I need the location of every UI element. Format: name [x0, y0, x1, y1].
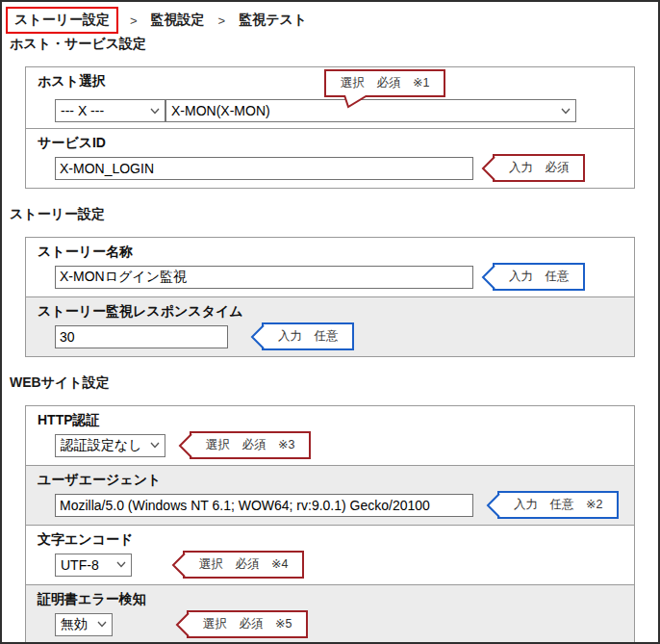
callout-tail-left-icon	[177, 432, 192, 459]
charset-required-callout: 選択 必須 ※4	[183, 551, 304, 579]
breadcrumb-item-monitor-settings[interactable]: 監視設定	[149, 9, 207, 32]
host-select-value: X-MON(X-MON)	[171, 103, 270, 118]
breadcrumb: ストーリー設定 > 監視設定 > 監視テスト	[2, 2, 658, 34]
chevron-down-icon	[150, 108, 160, 115]
service-id-required-callout: 入力 必須	[493, 154, 585, 182]
cert-error-controls: 無効 選択 必須 ※5	[55, 610, 624, 638]
callout-tail-down-icon	[342, 95, 370, 109]
user-agent-controls: 入力 任意 ※2	[55, 491, 624, 519]
callout-tail-left-icon	[485, 492, 500, 519]
user-agent-optional-callout: 入力 任意 ※2	[497, 491, 619, 519]
charset-select-value: UTF-8	[61, 557, 99, 573]
host-select-row: ホスト選択 選択 必須 ※1 --- X --- X-MON(X-MON)	[26, 67, 634, 128]
callout-text: 選択 必須 ※3	[206, 438, 294, 451]
host-group-select-value: --- X ---	[61, 103, 104, 118]
charset-select[interactable]: UTF-8	[55, 554, 132, 577]
host-group-select[interactable]: --- X ---	[55, 99, 165, 122]
story-response-time-optional-callout: 入力 任意	[262, 322, 354, 350]
service-id-row: サービスID 入力 必須	[26, 128, 634, 188]
chevron-down-icon	[150, 442, 160, 449]
http-auth-label: HTTP認証	[38, 412, 624, 428]
service-id-input[interactable]	[55, 157, 473, 180]
breadcrumb-separator: >	[130, 13, 138, 28]
section-title-website: WEBサイト設定	[10, 374, 658, 392]
story-response-time-input[interactable]	[55, 325, 228, 348]
breadcrumb-separator: >	[218, 13, 226, 28]
user-agent-row: ユーザエージェント 入力 任意 ※2	[26, 465, 634, 525]
story-name-input[interactable]	[55, 266, 473, 289]
story-response-time-label: ストーリー監視レスポンスタイム	[38, 303, 624, 320]
cert-error-row: 証明書エラー検知 無効 選択 必須 ※5	[26, 584, 634, 644]
callout-text: 入力 必須	[509, 161, 569, 174]
host-service-table: ホスト選択 選択 必須 ※1 --- X --- X-MON(X-MON) サー…	[25, 66, 635, 189]
cert-error-required-callout: 選択 必須 ※5	[187, 610, 308, 638]
section-title-host-service: ホスト・サービス設定	[10, 36, 658, 53]
chevron-down-icon	[116, 561, 126, 568]
charset-controls: UTF-8 選択 必須 ※4	[55, 551, 624, 579]
cert-error-label: 証明書エラー検知	[38, 591, 624, 607]
callout-text: 入力 任意 ※2	[514, 498, 602, 511]
service-id-controls: 入力 必須	[55, 154, 624, 182]
callout-text: 選択 必須 ※4	[199, 557, 288, 571]
chevron-down-icon	[561, 108, 571, 115]
callout-text: 選択 必須 ※5	[203, 617, 292, 631]
story-name-controls: 入力 任意	[55, 263, 624, 291]
callout-text: 入力 任意	[509, 270, 569, 283]
host-select-required-callout: 選択 必須 ※1	[324, 69, 445, 97]
host-select-controls: --- X --- X-MON(X-MON)	[55, 99, 624, 122]
user-agent-input[interactable]	[55, 494, 473, 517]
callout-text: 入力 任意	[278, 329, 338, 343]
callout-tail-left-icon	[170, 552, 186, 579]
http-auth-select-value: 認証設定なし	[61, 437, 142, 454]
callout-tail-left-icon	[249, 323, 265, 350]
host-select[interactable]: X-MON(X-MON)	[165, 99, 576, 122]
chevron-down-icon	[97, 621, 107, 628]
story-name-row: ストーリー名称 入力 任意	[26, 238, 634, 296]
cert-error-select-value: 無効	[61, 616, 88, 633]
user-agent-label: ユーザエージェント	[38, 472, 624, 488]
callout-tail-left-icon	[174, 611, 190, 638]
section-title-story: ストーリー設定	[10, 206, 658, 223]
charset-row: 文字エンコード UTF-8 選択 必須 ※4	[26, 525, 634, 584]
story-name-optional-callout: 入力 任意	[493, 263, 585, 291]
http-auth-row: HTTP認証 認証設定なし 選択 必須 ※3	[26, 406, 634, 465]
story-response-time-controls: 入力 任意	[55, 322, 624, 350]
story-response-time-row: ストーリー監視レスポンスタイム 入力 任意	[26, 296, 634, 356]
breadcrumb-item-story-settings[interactable]: ストーリー設定	[6, 7, 118, 34]
service-id-label: サービスID	[38, 135, 624, 151]
callout-text: 選択 必須 ※1	[341, 76, 429, 90]
page: ストーリー設定 > 監視設定 > 監視テスト ホスト・サービス設定 ホスト選択 …	[0, 0, 660, 644]
website-settings-table: HTTP認証 認証設定なし 選択 必須 ※3 ユーザエージェント	[25, 405, 635, 644]
story-settings-table: ストーリー名称 入力 任意 ストーリー監視レスポンスタイム	[25, 237, 635, 357]
callout-tail-left-icon	[480, 264, 495, 291]
http-auth-select[interactable]: 認証設定なし	[55, 434, 165, 457]
breadcrumb-item-monitor-test[interactable]: 監視テスト	[237, 9, 309, 32]
http-auth-controls: 認証設定なし 選択 必須 ※3	[55, 431, 624, 459]
charset-label: 文字エンコード	[38, 531, 624, 548]
cert-error-select[interactable]: 無効	[55, 613, 113, 636]
callout-tail-left-icon	[480, 155, 495, 182]
story-name-label: ストーリー名称	[38, 244, 624, 260]
http-auth-required-callout: 選択 必須 ※3	[190, 431, 311, 459]
